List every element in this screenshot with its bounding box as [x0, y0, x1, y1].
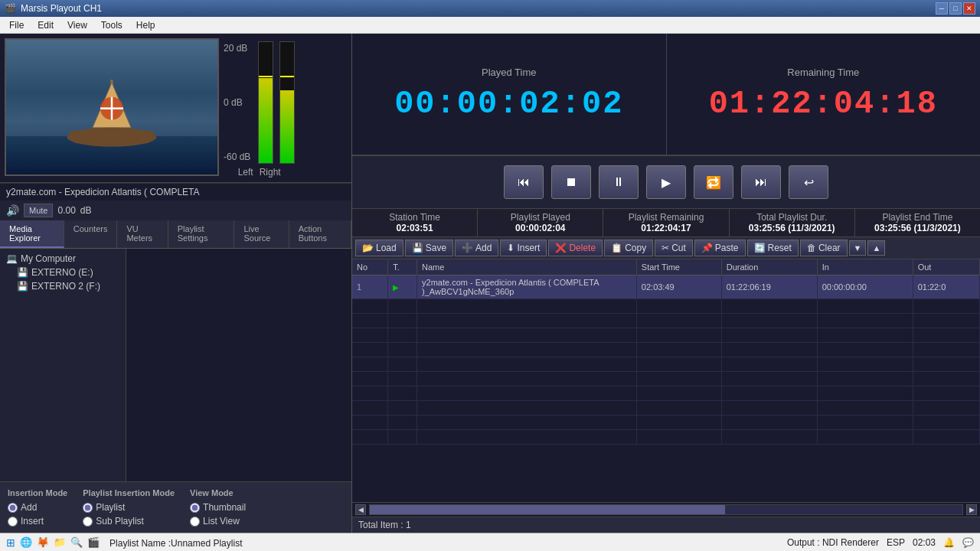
clear-button[interactable]: 🗑 Clear — [800, 240, 848, 256]
mute-button[interactable]: Mute — [24, 204, 53, 217]
table-row[interactable]: 1 ▶ y2mate.com - Expedicion Atlantis ( C… — [352, 276, 980, 299]
sort-down-button[interactable]: ▼ — [849, 240, 867, 256]
main-content: 20 dB 0 dB -60 dB Left Right — [0, 34, 980, 533]
speaker-icon: 🔊 — [6, 204, 19, 217]
vu-labels: Left Right — [238, 167, 281, 178]
repeat-button[interactable]: 🔁 — [694, 165, 733, 199]
add-button[interactable]: ➕ Add — [455, 240, 498, 256]
reset-button[interactable]: 🔄 Reset — [747, 240, 799, 256]
table-row-empty — [352, 430, 980, 445]
total-items-label: Total Item : 1 — [358, 520, 411, 530]
paste-button[interactable]: 📌 Paste — [694, 240, 746, 256]
table-header-row: No T. Name Start Time Duration In Out — [352, 259, 980, 276]
left-panel: 20 dB 0 dB -60 dB Left Right — [0, 34, 352, 533]
menu-edit[interactable]: Edit — [31, 18, 60, 32]
taskbar-folder-icon[interactable]: 📁 — [54, 536, 66, 548]
tab-action-buttons[interactable]: Action Buttons — [289, 220, 351, 248]
scroll-right-button[interactable]: ▶ — [966, 504, 977, 515]
insertion-mode-add-label: Add — [21, 502, 37, 513]
play-indicator-icon: ▶ — [393, 283, 399, 292]
station-time-block: Station Time 02:03:51 — [352, 209, 478, 236]
vu-peak-right — [280, 76, 294, 77]
menu-help[interactable]: Help — [130, 18, 162, 32]
view-mode-list-radio[interactable] — [190, 517, 200, 527]
insertion-mode-insert[interactable]: Insert — [8, 516, 67, 527]
table-row-empty — [352, 401, 980, 416]
cell-duration: 01:22:06:19 — [721, 276, 817, 299]
sort-up-button[interactable]: ▲ — [867, 240, 885, 256]
tab-media-explorer[interactable]: Media Explorer — [0, 220, 64, 248]
col-duration: Duration — [721, 259, 817, 276]
view-mode-thumbnail-radio[interactable] — [190, 503, 200, 513]
vu-bar-left — [259, 78, 273, 163]
table-row-empty — [352, 372, 980, 386]
view-mode-thumbnail[interactable]: Thumbnail — [190, 502, 246, 513]
insert-button[interactable]: ⬇ Insert — [500, 240, 547, 256]
reset-icon: 🔄 — [754, 243, 766, 253]
svg-rect-6 — [70, 131, 153, 141]
close-button[interactable]: ✕ — [963, 2, 975, 15]
menubar: File Edit View Tools Help — [0, 17, 980, 34]
playlist-insertion-sub[interactable]: Sub Playlist — [83, 516, 175, 527]
playlist-played-label: Playlist Played — [511, 212, 570, 223]
vu-scale: 20 dB 0 dB -60 dB — [224, 41, 250, 164]
maximize-button[interactable]: □ — [949, 2, 962, 15]
save-icon: 💾 — [412, 243, 423, 253]
skip-forward-button[interactable]: ⏭ — [741, 165, 781, 199]
taskbar-ie-icon[interactable]: 🌐 — [20, 536, 32, 548]
view-mode-list[interactable]: List View — [190, 516, 246, 527]
minimize-button[interactable]: ─ — [936, 2, 948, 15]
tab-playlist-settings[interactable]: Playlist Settings — [168, 220, 235, 248]
cut-button[interactable]: ✂ Cut — [655, 240, 693, 256]
return-button[interactable]: ↩ — [789, 165, 828, 199]
tab-counters[interactable]: Counters — [64, 220, 118, 248]
tree-item-externo1[interactable]: 💾 EXTERNO (E:) — [3, 266, 122, 279]
insertion-mode-add-radio[interactable] — [8, 503, 18, 513]
copy-label: Copy — [625, 243, 646, 253]
load-button[interactable]: 📂 Load — [355, 240, 403, 256]
taskbar-firefox-icon[interactable]: 🦊 — [37, 536, 49, 548]
view-mode-thumbnail-label: Thumbnail — [203, 502, 246, 513]
insert-label: Insert — [517, 243, 540, 253]
delete-button[interactable]: ❌ Delete — [548, 240, 603, 256]
tab-bar: Media Explorer Counters VU Meters Playli… — [0, 220, 351, 249]
playlist-mode-sub-radio[interactable] — [83, 517, 93, 527]
tab-vu-meters[interactable]: VU Meters — [117, 220, 168, 248]
total-dur-label: Total Playlist Dur. — [756, 212, 827, 223]
menu-tools[interactable]: Tools — [95, 18, 129, 32]
scroll-left-button[interactable]: ◀ — [355, 504, 366, 515]
paste-icon: 📌 — [701, 243, 713, 253]
insertion-mode-insert-radio[interactable] — [8, 517, 18, 527]
taskbar-app-icon[interactable]: 🎬 — [87, 536, 100, 548]
computer-icon: 💻 — [6, 253, 18, 264]
playlist-table: No T. Name Start Time Duration In Out 1 … — [352, 259, 980, 445]
delete-icon: ❌ — [555, 243, 567, 253]
insertion-modes: Insertion Mode Add Insert Playlist Inser… — [0, 481, 351, 533]
table-row-empty — [352, 328, 980, 343]
playlist-mode-playlist-radio[interactable] — [83, 503, 93, 513]
playlist-insertion-playlist[interactable]: Playlist — [83, 502, 175, 513]
timers-section: Played Time 00:00:02:02 Remaining Time 0… — [352, 34, 980, 156]
tree-item-externo2[interactable]: 💾 EXTERNO 2 (F:) — [3, 279, 122, 293]
notification-icon: 🔔 — [943, 537, 955, 548]
scrollbar-track[interactable] — [369, 504, 963, 515]
save-button[interactable]: 💾 Save — [405, 240, 453, 256]
skip-back-button[interactable]: ⏮ — [504, 165, 544, 199]
clear-label: Clear — [818, 243, 841, 253]
insertion-mode-add[interactable]: Add — [8, 502, 67, 513]
playlist-mode-playlist-label: Playlist — [96, 502, 125, 513]
copy-button[interactable]: 📋 Copy — [604, 240, 653, 256]
playlist-table-container: No T. Name Start Time Duration In Out 1 … — [352, 259, 980, 502]
stop-button[interactable]: ⏹ — [551, 165, 591, 199]
tab-live-source[interactable]: Live Source — [234, 220, 289, 248]
taskbar-search-icon[interactable]: 🔍 — [70, 536, 83, 548]
status-bar: ⊞ 🌐 🦊 📁 🔍 🎬 Playlist Name :Unnamed Playl… — [0, 533, 980, 551]
vu-peak-left — [259, 76, 273, 77]
scrollbar-thumb[interactable] — [370, 505, 725, 514]
windows-start-icon[interactable]: ⊞ — [6, 536, 15, 549]
menu-file[interactable]: File — [3, 18, 30, 32]
tree-item-computer[interactable]: 💻 My Computer — [3, 252, 122, 266]
play-button[interactable]: ▶ — [646, 165, 686, 199]
menu-view[interactable]: View — [61, 18, 93, 32]
pause-button[interactable]: ⏸ — [599, 165, 639, 199]
